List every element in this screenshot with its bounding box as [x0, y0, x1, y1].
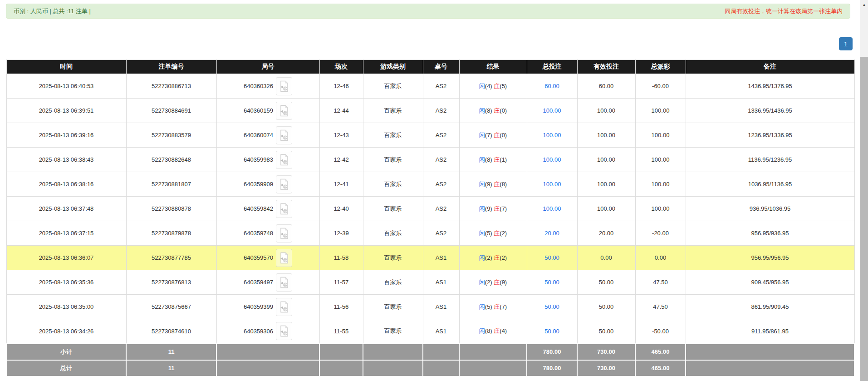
player-result-label: 闲	[479, 83, 485, 89]
total-bet-link[interactable]: 50.00	[544, 254, 559, 261]
banker-result-label: 庄	[494, 107, 500, 114]
payout-cell: 100.00	[635, 99, 686, 123]
video-file-icon	[279, 203, 289, 215]
time-cell: 2025-08-13 06:34:26	[6, 319, 126, 344]
table-row: 2025-08-13 06:39:51 522730884691 6403601…	[6, 99, 854, 123]
banker-result-score: (7)	[500, 205, 507, 212]
round-id-text: 640359842	[244, 205, 273, 212]
video-playback-button[interactable]	[276, 77, 292, 95]
video-playback-button[interactable]	[276, 224, 292, 242]
video-playback-button[interactable]	[276, 322, 292, 340]
table-row: 2025-08-13 06:37:48 522730880878 6403598…	[6, 197, 854, 221]
total-bet-cell: 50.00	[527, 270, 577, 295]
valid-bet-cell: 20.00	[577, 221, 635, 246]
grand-total-payout: 465.00	[635, 360, 686, 376]
column-header-round: 局号	[216, 60, 319, 74]
session-cell: 11-55	[319, 319, 363, 344]
table-row: 2025-08-13 06:37:15 522730879878 6403597…	[6, 221, 854, 246]
total-bet-link[interactable]: 50.00	[544, 328, 559, 335]
table-row: 2025-08-13 06:39:16 522730883579 6403600…	[6, 123, 854, 148]
round-id-text: 640360159	[244, 107, 273, 114]
remark-cell: 956.95/956.95	[686, 246, 854, 270]
video-file-icon	[279, 277, 289, 288]
round-id-text: 640359497	[244, 279, 273, 286]
session-cell: 12-43	[319, 123, 363, 148]
video-playback-button[interactable]	[276, 126, 292, 144]
column-header-payout: 总派彩	[635, 60, 686, 74]
bet-id-cell: 522730874610	[126, 319, 216, 344]
banker-result-score: (8)	[500, 181, 507, 188]
column-header-time: 时间	[6, 60, 126, 74]
total-bet-link[interactable]: 50.00	[544, 279, 559, 286]
payout-cell: -60.00	[635, 74, 686, 99]
player-result-score: (5)	[485, 303, 492, 310]
total-bet-link[interactable]: 100.00	[543, 107, 561, 114]
total-bet-link[interactable]: 60.00	[544, 83, 559, 89]
total-bet-link[interactable]: 100.00	[543, 132, 561, 139]
round-id-text: 640359570	[244, 254, 273, 261]
result-cell: 闲(2) 庄(2)	[459, 246, 527, 270]
total-bet-link[interactable]: 20.00	[544, 230, 559, 237]
remark-cell: 1236.95/1336.95	[686, 123, 854, 148]
bet-id-cell: 522730881807	[126, 172, 216, 197]
total-bet-link[interactable]: 100.00	[543, 156, 561, 163]
video-playback-button[interactable]	[276, 298, 292, 316]
player-result-label: 闲	[479, 205, 485, 212]
game-type-cell: 百家乐	[363, 319, 423, 344]
payout-cell: 100.00	[635, 197, 686, 221]
video-file-icon	[279, 105, 289, 117]
video-playback-button[interactable]	[276, 200, 292, 218]
grand-total-label: 总计	[6, 360, 126, 376]
table-header: 时间 注单编号 局号 场次 游戏类别 桌号 结果 总投注 有效投注 总派彩 备注	[6, 60, 854, 74]
valid-bet-cell: 50.00	[577, 319, 635, 344]
scroll-up-arrow-icon[interactable]: ▲	[860, 1, 868, 8]
video-playback-button[interactable]	[276, 175, 292, 193]
total-bet-cell: 20.00	[527, 221, 577, 246]
session-cell: 12-40	[319, 197, 363, 221]
summary-bar: 币别 : 人民币 | 总共 :11 注单 | 同局有效投注，统一计算在该局第一张…	[6, 4, 850, 19]
video-playback-button[interactable]	[276, 151, 292, 169]
round-cell: 640359842	[216, 197, 319, 221]
time-cell: 2025-08-13 06:35:00	[6, 295, 126, 319]
remark-cell: 909.45/956.95	[686, 270, 854, 295]
banker-result-score: (0)	[500, 132, 507, 139]
subtotal-valid-bet: 730.00	[577, 344, 635, 360]
video-playback-button[interactable]	[276, 249, 292, 267]
session-cell: 12-44	[319, 99, 363, 123]
bet-id-cell: 522730883579	[126, 123, 216, 148]
payout-cell: 100.00	[635, 123, 686, 148]
time-cell: 2025-08-13 06:38:43	[6, 148, 126, 172]
pagination-page-1-button[interactable]: 1	[839, 37, 853, 50]
total-bet-link[interactable]: 50.00	[544, 303, 559, 310]
player-result-score: (5)	[485, 230, 492, 237]
round-id-text: 640359909	[244, 181, 273, 188]
column-header-bet-id: 注单编号	[126, 60, 216, 74]
total-bet-link[interactable]: 100.00	[543, 205, 561, 212]
total-bet-link[interactable]: 100.00	[543, 181, 561, 188]
remark-cell: 1436.95/1376.95	[686, 74, 854, 99]
banker-result-score: (9)	[500, 279, 507, 286]
subtotal-label: 小计	[6, 344, 126, 360]
total-bet-cell: 100.00	[527, 172, 577, 197]
grand-total-total-bet: 780.00	[527, 360, 577, 376]
round-cell: 640359909	[216, 172, 319, 197]
round-id-text: 640360326	[244, 83, 273, 89]
table-footer: 小计 11 780.00 730.00 465.00 总计 11 780.00 …	[6, 344, 854, 376]
grand-total-valid-bet: 730.00	[577, 360, 635, 376]
total-bet-cell: 60.00	[527, 74, 577, 99]
player-result-score: (8)	[485, 327, 492, 334]
player-result-label: 闲	[479, 303, 485, 310]
settlement-notice-text: 同局有效投注，统一计算在该局第一张注单内	[725, 7, 843, 15]
video-playback-button[interactable]	[276, 102, 292, 120]
vertical-scrollbar[interactable]: ▲	[860, 0, 868, 381]
bet-records-table: 时间 注单编号 局号 场次 游戏类别 桌号 结果 总投注 有效投注 总派彩 备注…	[6, 59, 855, 377]
column-header-remark: 备注	[686, 60, 854, 74]
banker-result-label: 庄	[494, 181, 500, 188]
player-result-score: (2)	[485, 254, 492, 261]
session-cell: 11-56	[319, 295, 363, 319]
scrollbar-thumb[interactable]	[860, 57, 868, 381]
video-playback-button[interactable]	[276, 273, 292, 292]
player-result-score: (7)	[485, 132, 492, 139]
banker-result-score: (7)	[500, 303, 507, 310]
session-cell: 12-42	[319, 148, 363, 172]
